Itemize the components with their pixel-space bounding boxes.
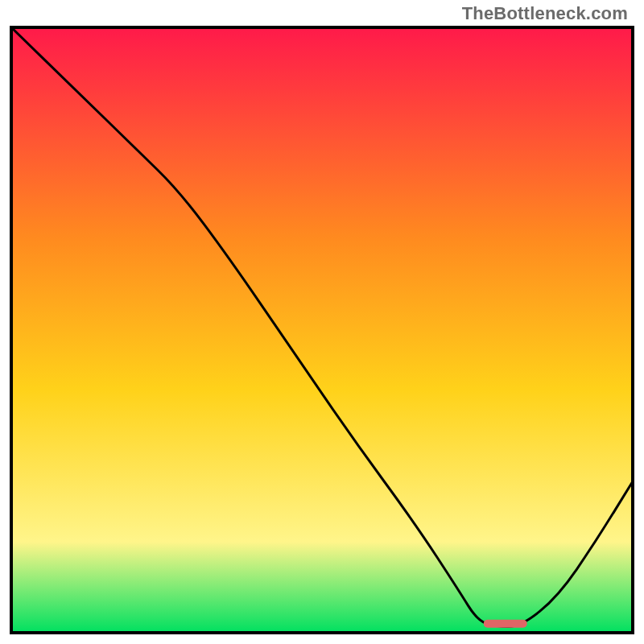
watermark-text: TheBottleneck.com	[462, 3, 628, 24]
chart-container: { "watermark": "TheBottleneck.com", "col…	[0, 0, 644, 644]
optimal-range-marker	[484, 620, 527, 628]
chart-svg	[8, 24, 636, 636]
plot-area	[8, 24, 636, 636]
